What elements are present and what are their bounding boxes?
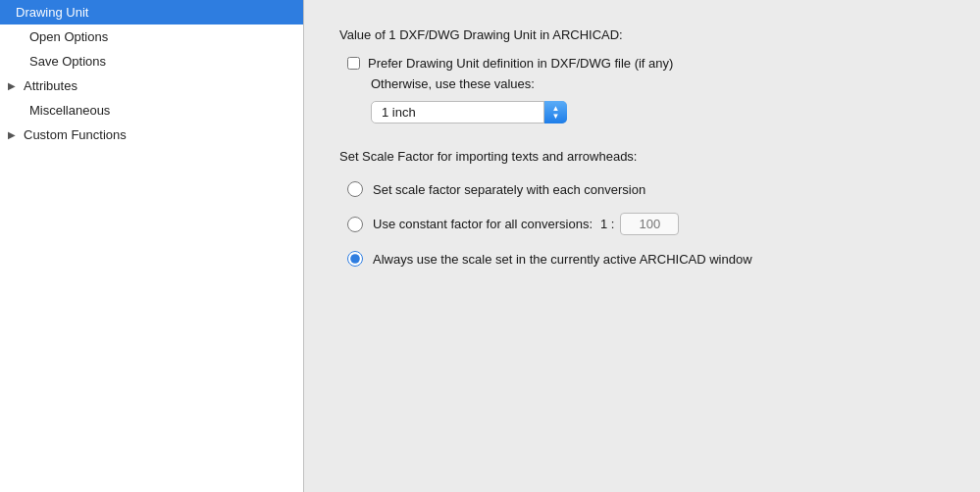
radio-option-always: Always use the scale set in the currentl… [347, 251, 945, 267]
sidebar-item-open-options[interactable]: Open Options [0, 25, 303, 49]
prefer-drawing-unit-label[interactable]: Prefer Drawing Unit definition in DXF/DW… [368, 56, 673, 71]
expand-arrow-icon: ▶ [8, 129, 22, 140]
ratio-value-input[interactable] [620, 213, 679, 235]
ratio-colon: 1 : [600, 217, 614, 231]
radio-constant[interactable] [347, 217, 363, 232]
radio-label-always[interactable]: Always use the scale set in the currentl… [373, 252, 752, 267]
radio-separate[interactable] [347, 181, 363, 197]
sidebar-item-drawing-unit[interactable]: Drawing Unit [0, 0, 303, 25]
ratio-part: 1 : [600, 213, 679, 235]
sidebar-item-label: Drawing Unit [16, 5, 88, 20]
unit-dropdown-wrapper: 1 inch1 foot1 mm1 cm1 m ▲ ▼ [371, 101, 567, 123]
radio-options-container: Set scale factor separately with each co… [339, 181, 945, 267]
main-content: Value of 1 DXF/DWG Drawing Unit in ARCHI… [304, 0, 980, 492]
sidebar-item-save-options[interactable]: Save Options [0, 49, 303, 74]
radio-option-separate: Set scale factor separately with each co… [347, 181, 945, 197]
radio-label-constant[interactable]: Use constant factor for all conversions: [373, 217, 593, 231]
expand-arrow-icon: ▶ [8, 80, 22, 91]
sidebar-item-label: Attributes [24, 78, 77, 93]
radio-always[interactable] [347, 251, 363, 267]
sidebar-item-label: Open Options [29, 29, 108, 44]
otherwise-label: Otherwise, use these values: [371, 76, 945, 91]
radio-option-constant: Use constant factor for all conversions:… [347, 213, 945, 235]
section2-title: Set Scale Factor for importing texts and… [339, 149, 945, 164]
sidebar-item-attributes[interactable]: ▶Attributes [0, 74, 303, 98]
unit-dropdown[interactable]: 1 inch1 foot1 mm1 cm1 m [371, 101, 567, 123]
sidebar-item-label: Custom Functions [24, 127, 127, 142]
sidebar: Drawing UnitOpen OptionsSave Options▶Att… [0, 0, 304, 492]
section1-title: Value of 1 DXF/DWG Drawing Unit in ARCHI… [339, 27, 945, 42]
unit-dropdown-row: 1 inch1 foot1 mm1 cm1 m ▲ ▼ [371, 101, 945, 123]
sidebar-item-label: Save Options [29, 54, 106, 69]
radio-label-separate[interactable]: Set scale factor separately with each co… [373, 182, 645, 197]
sidebar-item-label: Miscellaneous [29, 103, 110, 118]
prefer-drawing-unit-checkbox[interactable] [347, 57, 360, 70]
sidebar-item-custom-functions[interactable]: ▶Custom Functions [0, 123, 303, 147]
prefer-drawing-unit-row: Prefer Drawing Unit definition in DXF/DW… [347, 56, 945, 71]
sidebar-item-miscellaneous[interactable]: Miscellaneous [0, 98, 303, 123]
